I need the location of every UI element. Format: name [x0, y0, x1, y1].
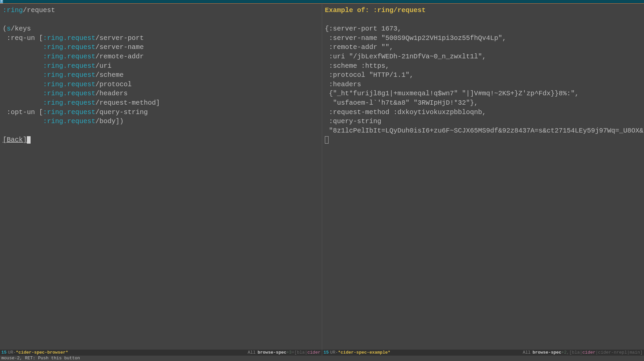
- ml-ur: UR-: [8, 350, 16, 356]
- ex-line-2: :remote-addr "",: [325, 43, 393, 51]
- modeline-left[interactable]: 15 UR- *cider-spec-browser* All browse-s…: [0, 350, 322, 356]
- ex-line-9: :request-method :dxkoytivokuxzpbbloqnb,: [325, 108, 486, 116]
- ml-buffer: *cider-spec-browser*: [16, 350, 68, 356]
- req-ns-5: :ring.request: [43, 81, 95, 88]
- modelines: 15 UR- *cider-spec-browser* All browse-s…: [0, 350, 644, 356]
- main-split: :ring/request (s/keys :req-un [:ring.req…: [0, 3, 644, 350]
- ml-line: 15: [1, 350, 7, 356]
- ex-line-10: :query-string: [325, 117, 381, 125]
- echo-text: mouse-2, RET: Push this button: [1, 356, 80, 361]
- ml-cider: cider: [307, 350, 320, 356]
- req-item-3[interactable]: /uri: [95, 62, 112, 70]
- ml-all: All: [248, 350, 255, 356]
- modeline-right[interactable]: 15 UR- *cider-spec-example* All browse-s…: [322, 350, 644, 356]
- ml2-cider: cider: [583, 350, 596, 356]
- req-ns-1: :ring.request: [43, 43, 95, 51]
- ml2-plus: +2: [561, 350, 567, 356]
- req-item-7[interactable]: /request-method]: [95, 99, 160, 107]
- opt-un-label: :opt-un [: [3, 108, 43, 116]
- req-item-5[interactable]: /protocol: [95, 81, 132, 88]
- ml2-bla: [bla|: [569, 350, 583, 356]
- ml2-all: All: [523, 350, 530, 356]
- req-item-4[interactable]: /scheme: [95, 71, 124, 79]
- back-button[interactable]: [Back]: [3, 136, 27, 144]
- inactive-cursor: [325, 136, 329, 144]
- req-item-0[interactable]: /server-port: [95, 34, 144, 42]
- spec-title-suffix: /request: [23, 6, 55, 14]
- spec-title-ns: :ring: [3, 6, 23, 14]
- req-item-6[interactable]: /headers: [95, 90, 128, 97]
- spec-browser-pane[interactable]: :ring/request (s/keys :req-un [:ring.req…: [0, 3, 322, 350]
- ml2-dot: ,: [567, 350, 569, 356]
- req-ns-7: :ring.request: [43, 99, 95, 107]
- ex-line-1: :server-name "500S9Qw1p22VH1pi3oz55fhQv4…: [325, 34, 506, 42]
- keys-label: /keys: [11, 25, 31, 33]
- req-ns-2: :ring.request: [43, 53, 95, 60]
- opt-item-0[interactable]: /query-string: [95, 108, 148, 116]
- ml2-rest: |cider-nrepl|main]: [596, 350, 643, 356]
- opt-ns-1: :ring.request: [43, 117, 95, 125]
- req-un-label: :req-un [: [3, 34, 43, 42]
- req-item-1[interactable]: /server-name: [95, 43, 144, 51]
- example-title: Example of: :ring/request: [325, 6, 426, 14]
- req-ns-4: :ring.request: [43, 71, 95, 79]
- ex-line-8: "usfaoem-l`'h7t&a8" "3RWIpHjD!*32"},: [325, 99, 478, 107]
- spec-example-pane[interactable]: Example of: :ring/request {:server-port …: [322, 3, 644, 350]
- ml2-mode: browse-spec: [532, 350, 561, 356]
- paren-open: (: [3, 25, 7, 33]
- req-ns-6: :ring.request: [43, 90, 95, 97]
- ex-line-6: :headers: [325, 81, 361, 88]
- ml-mode: browse-spec: [258, 350, 287, 356]
- req-ns-3: :ring.request: [43, 62, 95, 70]
- titlebar: 7: [0, 0, 644, 3]
- req-ns-0: :ring.request: [43, 34, 95, 42]
- opt-ns-0: :ring.request: [43, 108, 95, 116]
- ml2-ur: UR-: [330, 350, 338, 356]
- ex-line-5: :protocol "HTTP/1.1",: [325, 71, 414, 79]
- ml-bla: [bla|: [294, 350, 307, 356]
- ml-plus: +3: [287, 350, 292, 356]
- req-item-2[interactable]: /remote-addr: [95, 53, 144, 60]
- titlebar-badge: 7: [0, 0, 3, 3]
- opt-item-1[interactable]: /body]): [95, 117, 124, 125]
- ex-line-4: :scheme :https,: [325, 62, 389, 70]
- ml2-line: 15: [324, 350, 329, 356]
- ml2-buffer: *cider-spec-example*: [338, 350, 390, 356]
- ex-line-3: :uri "/jbLexfWEDh-21nDfVa~0_n_zwxlt1l",: [325, 53, 486, 60]
- ex-line-11: "8z1lcPelIbIt=LQyDuh0isI6+zu6F~SCJX65MS9…: [325, 127, 644, 135]
- s-ns: s: [7, 25, 11, 33]
- echo-area: mouse-2, RET: Push this button: [0, 356, 644, 361]
- ex-line-0: {:server-port 1673,: [325, 25, 401, 33]
- ex-line-7: {"_ht*furijl8g1|+muxmeqal!q$wn7" "|]V#mq…: [325, 90, 579, 97]
- ml-plus2: +: [292, 350, 294, 356]
- cursor: [27, 136, 31, 144]
